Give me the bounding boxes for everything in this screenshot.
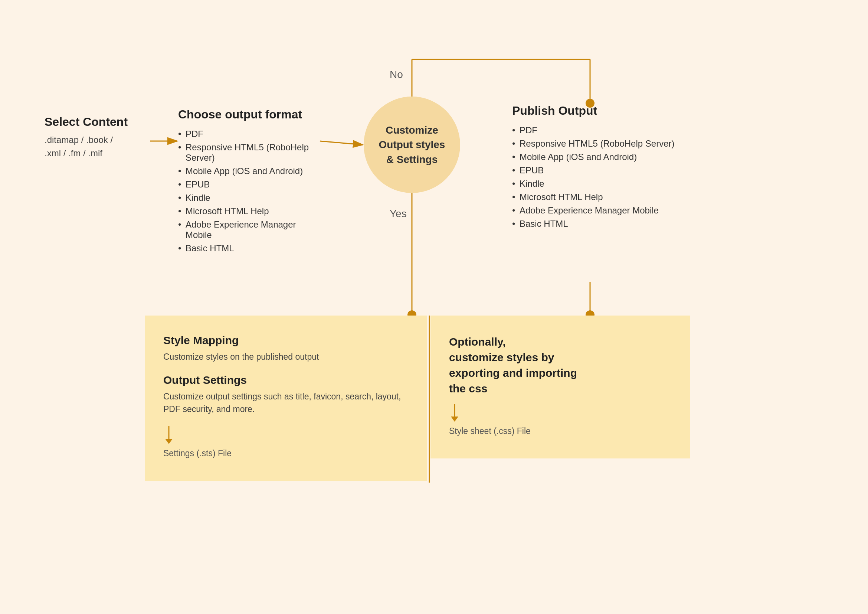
css-arrow-icon <box>449 404 460 422</box>
bottom-right-box: Optionally,customize styles byexporting … <box>431 316 690 459</box>
svg-arrows <box>0 0 868 614</box>
choose-format-title: Choose output format <box>178 108 319 121</box>
select-content-subtitle: .ditamap / .book /.xml / .fm / .mif <box>45 133 149 160</box>
publish-output-item: Kindle <box>512 177 676 191</box>
style-mapping-text: Customize styles on the published output <box>163 350 408 363</box>
label-yes: Yes <box>390 208 407 220</box>
svg-marker-15 <box>165 439 172 444</box>
css-file-label: Style sheet (.css) File <box>449 426 672 436</box>
publish-output-title: Publish Output <box>512 104 676 118</box>
choose-format-item: PDF <box>178 127 319 141</box>
choose-format-item: EPUB <box>178 178 319 191</box>
publish-output-item: Mobile App (iOS and Android) <box>512 150 676 164</box>
optional-title: Optionally,customize styles byexporting … <box>449 334 672 397</box>
publish-output-block: Publish Output PDFResponsive HTML5 (Robo… <box>512 104 676 231</box>
publish-output-item: EPUB <box>512 164 676 177</box>
select-content-block: Select Content .ditamap / .book /.xml / … <box>45 115 149 160</box>
select-content-title: Select Content <box>45 115 149 129</box>
output-settings-text: Customize output settings such as title,… <box>163 390 408 416</box>
settings-arrow-icon <box>163 426 174 445</box>
publish-output-list: PDFResponsive HTML5 (RoboHelp Server)Mob… <box>512 124 676 231</box>
publish-output-item: Basic HTML <box>512 217 676 231</box>
label-no: No <box>390 69 403 81</box>
choose-format-item: Mobile App (iOS and Android) <box>178 164 319 178</box>
svg-line-4 <box>320 141 363 145</box>
choose-format-item: Responsive HTML5 (RoboHelp Server) <box>178 141 319 164</box>
publish-output-item: Responsive HTML5 (RoboHelp Server) <box>512 137 676 150</box>
choose-format-item: Adobe Experience Manager Mobile <box>178 218 319 242</box>
choose-format-item: Microsoft HTML Help <box>178 205 319 218</box>
center-circle-text: CustomizeOutput styles& Settings <box>375 119 449 171</box>
publish-output-item: Adobe Experience Manager Mobile <box>512 204 676 217</box>
style-mapping-title: Style Mapping <box>163 334 408 347</box>
diagram-container: No Yes Select Content .ditamap / .book /… <box>0 0 868 614</box>
choose-format-item: Kindle <box>178 191 319 205</box>
output-settings-title: Output Settings <box>163 374 408 386</box>
publish-output-item: Microsoft HTML Help <box>512 191 676 204</box>
center-circle: CustomizeOutput styles& Settings <box>364 96 460 193</box>
choose-format-block: Choose output format PDFResponsive HTML5… <box>178 108 319 255</box>
choose-format-list: PDFResponsive HTML5 (RoboHelp Server)Mob… <box>178 127 319 255</box>
settings-file-label: Settings (.sts) File <box>163 448 408 459</box>
choose-format-item: Basic HTML <box>178 242 319 255</box>
publish-output-item: PDF <box>512 124 676 137</box>
svg-marker-17 <box>451 417 458 422</box>
bottom-left-box: Style Mapping Customize styles on the pu… <box>145 316 427 481</box>
